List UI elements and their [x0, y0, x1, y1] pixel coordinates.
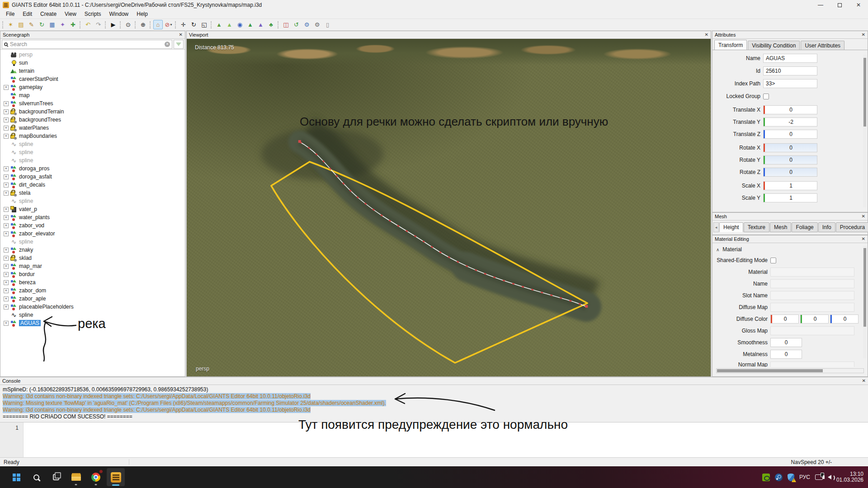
input-name[interactable]: [770, 279, 854, 288]
scenegraph-item-spline-11[interactable]: ∿spline: [0, 140, 185, 148]
horizontal-scrollbar[interactable]: [716, 368, 864, 373]
expand-icon[interactable]: +: [4, 231, 9, 236]
expand-icon[interactable]: +: [4, 288, 9, 293]
export-button[interactable]: ✦: [58, 20, 67, 29]
scenegraph-item-map-mar-26[interactable]: +map_mar: [0, 262, 185, 270]
scenegraph-item-persp-0[interactable]: persp: [0, 51, 185, 59]
close-icon[interactable]: ✕: [862, 237, 865, 241]
steam-icon[interactable]: [775, 474, 783, 481]
expand-icon[interactable]: +: [4, 248, 9, 253]
expand-icon[interactable]: +: [4, 296, 9, 301]
expand-icon[interactable]: +: [4, 117, 9, 122]
scenegraph-item-map-5[interactable]: map: [0, 91, 185, 99]
scroll-left-icon[interactable]: ◂: [713, 222, 719, 232]
security-shield-icon[interactable]: [788, 474, 794, 481]
scenegraph-item-stela-17[interactable]: +stela: [0, 189, 185, 197]
terrain-paint-button[interactable]: ◉: [235, 20, 245, 29]
clear-search-icon[interactable]: ✕: [165, 42, 170, 47]
chrome-button[interactable]: [87, 468, 105, 486]
input-diffuse-map[interactable]: [770, 303, 854, 312]
tab-texture[interactable]: Texture: [744, 222, 769, 232]
scenegraph-item-spline-12[interactable]: ∿spline: [0, 148, 185, 156]
scrollbar[interactable]: [863, 55, 867, 207]
select-tool-button[interactable]: ▶: [108, 20, 118, 29]
close-button[interactable]: ✕: [849, 0, 868, 10]
expand-icon[interactable]: +: [4, 191, 9, 196]
color-channel-input[interactable]: 0: [830, 314, 859, 324]
menu-window[interactable]: Window: [105, 10, 133, 19]
close-icon[interactable]: ✕: [862, 379, 866, 383]
scenegraph-item-backgroundtrees-8[interactable]: +backgroundTrees: [0, 116, 185, 124]
zoom-tool-button[interactable]: ⊕: [138, 20, 148, 29]
scenegraph-item-careerstartpoint-3[interactable]: careerStartPoint: [0, 75, 185, 83]
scenegraph-item-zabor-vod-21[interactable]: +zabor_vod: [0, 221, 185, 230]
scenegraph-item-dirt-decals-16[interactable]: +dirt_decals: [0, 181, 185, 189]
material-section[interactable]: ∧ Material: [712, 245, 868, 254]
expand-icon[interactable]: +: [4, 183, 9, 188]
expand-icon[interactable]: +: [4, 305, 9, 310]
expand-icon[interactable]: +: [4, 101, 9, 106]
scenegraph-item-silverruntrees-6[interactable]: +silverrunTrees: [0, 99, 185, 108]
tab-user-attributes[interactable]: User Attributes: [801, 41, 844, 50]
clipboard-button[interactable]: ▯: [323, 20, 332, 29]
close-icon[interactable]: ✕: [862, 33, 865, 37]
scenegraph-item-waterplanes-9[interactable]: +waterPlanes: [0, 124, 185, 132]
checkbox[interactable]: [770, 258, 776, 263]
expand-icon[interactable]: +: [4, 126, 9, 131]
scale-tool-button[interactable]: ◱: [199, 20, 209, 29]
camera-frame-button[interactable]: ⌂: [153, 20, 163, 29]
tab-height[interactable]: Height: [719, 222, 743, 232]
scenegraph-item-doroga-pros-14[interactable]: +doroga_pros: [0, 164, 185, 173]
filter-button[interactable]: [174, 40, 184, 49]
tab-transform[interactable]: Transform: [714, 40, 747, 50]
input-index-path[interactable]: 33>: [763, 79, 817, 88]
input-rotate-x[interactable]: 0: [763, 143, 817, 152]
input-translate-z[interactable]: 0: [763, 130, 817, 139]
redo-button[interactable]: ↷: [94, 20, 103, 29]
input-smoothness[interactable]: 0: [770, 338, 802, 347]
input-name[interactable]: AGUAS: [763, 54, 817, 63]
expand-icon[interactable]: +: [4, 256, 9, 261]
scenegraph-item-gameplay-4[interactable]: +gameplay: [0, 83, 185, 91]
expand-icon[interactable]: +: [4, 280, 9, 285]
scenegraph-item-zabor-elevator-22[interactable]: +zabor_elevator: [0, 230, 185, 238]
expand-icon[interactable]: +: [4, 215, 9, 220]
terrain-detail-button[interactable]: ♣: [266, 20, 276, 29]
checkbox[interactable]: [763, 94, 769, 99]
reload-button[interactable]: ↻: [37, 20, 47, 29]
scenegraph-item-zabor-aple-30[interactable]: +zabor_aple: [0, 295, 185, 303]
move-tool-button[interactable]: ✛: [179, 20, 188, 29]
scenegraph-item-mapboundaries-10[interactable]: +mapBoundaries: [0, 132, 185, 140]
search-input[interactable]: Search ✕: [2, 40, 172, 49]
menu-file[interactable]: File: [2, 10, 19, 19]
input-gloss-map[interactable]: [770, 326, 854, 335]
dropdown-arrow-icon[interactable]: ▾: [170, 23, 172, 27]
input-rotate-y[interactable]: 0: [763, 155, 817, 164]
tab-visibility-condition[interactable]: Visibility Condition: [748, 41, 800, 50]
tab-info[interactable]: Info: [818, 222, 835, 232]
tab-foliage[interactable]: Foliage: [792, 222, 817, 232]
input-material[interactable]: [770, 267, 854, 277]
expand-icon[interactable]: +: [4, 207, 9, 212]
task-view-button[interactable]: [47, 468, 65, 486]
giants-editor-button[interactable]: [107, 468, 125, 486]
close-icon[interactable]: ✕: [862, 214, 865, 219]
start-button[interactable]: [7, 468, 25, 486]
input-id[interactable]: 25610: [763, 66, 817, 75]
menu-scripts[interactable]: Scripts: [80, 10, 105, 19]
terrain-foliage-button[interactable]: ▲: [245, 20, 255, 29]
volume-icon[interactable]: [828, 475, 831, 479]
terrain-info-button[interactable]: ▲: [256, 20, 265, 29]
camera-disable-button[interactable]: ⊘▾: [164, 20, 173, 29]
tab-mesh[interactable]: Mesh: [770, 222, 791, 232]
editor-settings-button[interactable]: ⚙: [312, 20, 322, 29]
open-file-button[interactable]: ▤: [16, 20, 26, 29]
close-icon[interactable]: ✕: [179, 33, 183, 37]
script-refresh-button[interactable]: ↺: [292, 20, 301, 29]
clock[interactable]: 13:10 01.03.2026: [836, 471, 863, 483]
terrain-smooth-button[interactable]: ▲: [225, 20, 234, 29]
rotate-tool-button[interactable]: ↻: [189, 20, 198, 29]
scenegraph-item-sun-1[interactable]: sun: [0, 59, 185, 67]
terrain-sculpt-button[interactable]: ▲: [214, 20, 224, 29]
input-metalness[interactable]: 0: [770, 350, 802, 359]
